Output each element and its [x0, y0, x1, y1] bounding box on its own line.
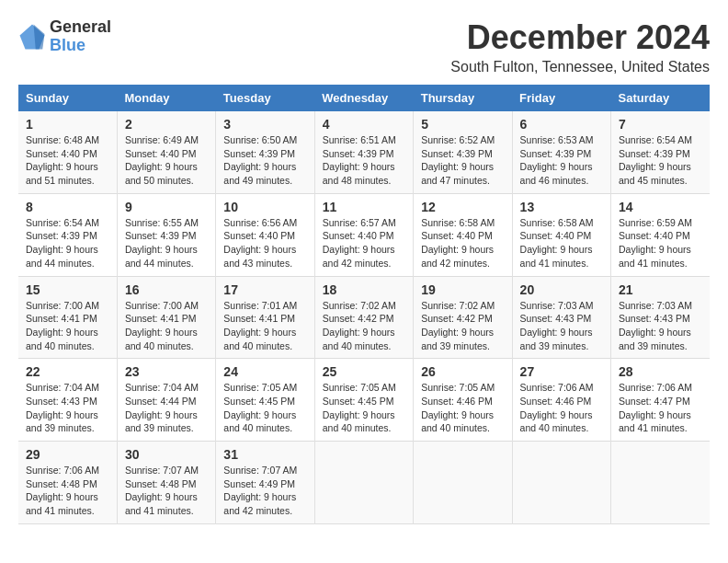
subtitle: South Fulton, Tennessee, United States	[450, 59, 710, 75]
day-info: Sunrise: 7:04 AMSunset: 4:44 PMDaylight:…	[125, 381, 208, 435]
day-info: Sunrise: 7:03 AMSunset: 4:43 PMDaylight:…	[619, 299, 702, 353]
day-number: 3	[223, 117, 306, 132]
calendar-cell: 25 Sunrise: 7:05 AMSunset: 4:45 PMDaylig…	[314, 359, 413, 442]
calendar-table: SundayMondayTuesdayWednesdayThursdayFrid…	[18, 85, 710, 524]
calendar-cell	[314, 442, 413, 524]
day-info: Sunrise: 6:54 AMSunset: 4:39 PMDaylight:…	[26, 216, 109, 270]
day-number: 21	[619, 282, 702, 297]
day-number: 6	[520, 117, 603, 132]
title-area: December 2024 South Fulton, Tennessee, U…	[450, 18, 710, 75]
day-number: 1	[26, 117, 109, 132]
calendar-week-4: 22 Sunrise: 7:04 AMSunset: 4:43 PMDaylig…	[18, 359, 710, 442]
col-header-wednesday: Wednesday	[314, 85, 413, 111]
day-number: 26	[421, 364, 504, 379]
day-info: Sunrise: 6:50 AMSunset: 4:39 PMDaylight:…	[223, 133, 306, 188]
col-header-monday: Monday	[117, 85, 215, 111]
day-info: Sunrise: 7:07 AMSunset: 4:48 PMDaylight:…	[125, 464, 208, 518]
calendar-cell: 26 Sunrise: 7:05 AMSunset: 4:46 PMDaylig…	[414, 359, 512, 442]
day-info: Sunrise: 6:54 AMSunset: 4:39 PMDaylight:…	[619, 133, 702, 188]
calendar-week-2: 8 Sunrise: 6:54 AMSunset: 4:39 PMDayligh…	[18, 193, 710, 276]
day-number: 9	[125, 200, 208, 214]
day-info: Sunrise: 7:07 AMSunset: 4:49 PMDaylight:…	[223, 464, 306, 518]
calendar-cell: 5 Sunrise: 6:52 AMSunset: 4:39 PMDayligh…	[414, 111, 512, 193]
calendar-week-1: 1 Sunrise: 6:48 AMSunset: 4:40 PMDayligh…	[18, 111, 710, 193]
col-header-tuesday: Tuesday	[216, 85, 314, 111]
calendar-cell: 30 Sunrise: 7:07 AMSunset: 4:48 PMDaylig…	[117, 442, 215, 524]
calendar-cell: 4 Sunrise: 6:51 AMSunset: 4:39 PMDayligh…	[314, 111, 413, 193]
main-title: December 2024	[450, 18, 710, 57]
day-number: 7	[619, 117, 702, 132]
day-number: 29	[26, 447, 109, 462]
day-info: Sunrise: 6:53 AMSunset: 4:39 PMDaylight:…	[520, 133, 603, 188]
day-info: Sunrise: 6:58 AMSunset: 4:40 PMDaylight:…	[421, 216, 504, 270]
calendar-cell: 20 Sunrise: 7:03 AMSunset: 4:43 PMDaylig…	[512, 276, 610, 359]
day-number: 23	[125, 364, 208, 379]
day-info: Sunrise: 6:58 AMSunset: 4:40 PMDaylight:…	[520, 216, 603, 270]
calendar-week-3: 15 Sunrise: 7:00 AMSunset: 4:41 PMDaylig…	[18, 276, 710, 359]
calendar-cell: 28 Sunrise: 7:06 AMSunset: 4:47 PMDaylig…	[611, 359, 710, 442]
day-info: Sunrise: 7:02 AMSunset: 4:42 PMDaylight:…	[323, 299, 405, 353]
day-number: 22	[26, 364, 109, 379]
day-info: Sunrise: 7:06 AMSunset: 4:48 PMDaylight:…	[26, 464, 109, 518]
day-number: 31	[223, 447, 306, 462]
day-info: Sunrise: 6:57 AMSunset: 4:40 PMDaylight:…	[323, 216, 405, 270]
day-number: 27	[520, 364, 603, 379]
calendar-cell: 27 Sunrise: 7:06 AMSunset: 4:46 PMDaylig…	[512, 359, 610, 442]
day-number: 15	[26, 282, 109, 297]
calendar-cell: 15 Sunrise: 7:00 AMSunset: 4:41 PMDaylig…	[18, 276, 117, 359]
logo-blue: Blue	[50, 37, 111, 55]
day-number: 14	[619, 200, 702, 214]
calendar-cell: 11 Sunrise: 6:57 AMSunset: 4:40 PMDaylig…	[314, 193, 413, 276]
day-number: 11	[323, 200, 405, 214]
calendar-cell: 22 Sunrise: 7:04 AMSunset: 4:43 PMDaylig…	[18, 359, 117, 442]
day-number: 28	[619, 364, 702, 379]
calendar-header-row: SundayMondayTuesdayWednesdayThursdayFrid…	[18, 85, 710, 111]
calendar-cell	[611, 442, 710, 524]
calendar-cell: 7 Sunrise: 6:54 AMSunset: 4:39 PMDayligh…	[611, 111, 710, 193]
calendar-cell: 23 Sunrise: 7:04 AMSunset: 4:44 PMDaylig…	[117, 359, 215, 442]
calendar-cell: 31 Sunrise: 7:07 AMSunset: 4:49 PMDaylig…	[216, 442, 314, 524]
day-number: 19	[421, 282, 504, 297]
day-number: 20	[520, 282, 603, 297]
day-info: Sunrise: 6:52 AMSunset: 4:39 PMDaylight:…	[421, 133, 504, 188]
calendar-cell: 10 Sunrise: 6:56 AMSunset: 4:40 PMDaylig…	[216, 193, 314, 276]
col-header-sunday: Sunday	[18, 85, 117, 111]
page-header: General Blue December 2024 South Fulton,…	[18, 18, 710, 75]
day-info: Sunrise: 7:06 AMSunset: 4:47 PMDaylight:…	[619, 381, 702, 435]
logo-text: General Blue	[50, 18, 111, 55]
calendar-cell: 2 Sunrise: 6:49 AMSunset: 4:40 PMDayligh…	[117, 111, 215, 193]
calendar-cell: 29 Sunrise: 7:06 AMSunset: 4:48 PMDaylig…	[18, 442, 117, 524]
day-info: Sunrise: 6:59 AMSunset: 4:40 PMDaylight:…	[619, 216, 702, 270]
logo-icon	[18, 23, 46, 51]
calendar-cell: 3 Sunrise: 6:50 AMSunset: 4:39 PMDayligh…	[216, 111, 314, 193]
calendar-cell: 1 Sunrise: 6:48 AMSunset: 4:40 PMDayligh…	[18, 111, 117, 193]
calendar-cell: 12 Sunrise: 6:58 AMSunset: 4:40 PMDaylig…	[414, 193, 512, 276]
logo: General Blue	[18, 18, 111, 55]
day-info: Sunrise: 7:01 AMSunset: 4:41 PMDaylight:…	[223, 299, 306, 353]
calendar-cell	[512, 442, 610, 524]
day-info: Sunrise: 7:06 AMSunset: 4:46 PMDaylight:…	[520, 381, 603, 435]
calendar-cell: 17 Sunrise: 7:01 AMSunset: 4:41 PMDaylig…	[216, 276, 314, 359]
day-info: Sunrise: 6:49 AMSunset: 4:40 PMDaylight:…	[125, 133, 208, 188]
col-header-thursday: Thursday	[414, 85, 512, 111]
calendar-cell: 21 Sunrise: 7:03 AMSunset: 4:43 PMDaylig…	[611, 276, 710, 359]
day-info: Sunrise: 7:05 AMSunset: 4:45 PMDaylight:…	[223, 381, 306, 435]
calendar-cell: 16 Sunrise: 7:00 AMSunset: 4:41 PMDaylig…	[117, 276, 215, 359]
day-info: Sunrise: 7:03 AMSunset: 4:43 PMDaylight:…	[520, 299, 603, 353]
day-info: Sunrise: 7:00 AMSunset: 4:41 PMDaylight:…	[26, 299, 109, 353]
day-number: 16	[125, 282, 208, 297]
calendar-cell: 8 Sunrise: 6:54 AMSunset: 4:39 PMDayligh…	[18, 193, 117, 276]
calendar-cell: 6 Sunrise: 6:53 AMSunset: 4:39 PMDayligh…	[512, 111, 610, 193]
day-info: Sunrise: 7:05 AMSunset: 4:45 PMDaylight:…	[323, 381, 405, 435]
calendar-cell: 9 Sunrise: 6:55 AMSunset: 4:39 PMDayligh…	[117, 193, 215, 276]
calendar-week-5: 29 Sunrise: 7:06 AMSunset: 4:48 PMDaylig…	[18, 442, 710, 524]
day-info: Sunrise: 7:05 AMSunset: 4:46 PMDaylight:…	[421, 381, 504, 435]
calendar-cell: 24 Sunrise: 7:05 AMSunset: 4:45 PMDaylig…	[216, 359, 314, 442]
day-info: Sunrise: 6:48 AMSunset: 4:40 PMDaylight:…	[26, 133, 109, 188]
day-info: Sunrise: 7:02 AMSunset: 4:42 PMDaylight:…	[421, 299, 504, 353]
calendar-cell: 18 Sunrise: 7:02 AMSunset: 4:42 PMDaylig…	[314, 276, 413, 359]
col-header-friday: Friday	[512, 85, 610, 111]
day-number: 10	[223, 200, 306, 214]
calendar-cell: 14 Sunrise: 6:59 AMSunset: 4:40 PMDaylig…	[611, 193, 710, 276]
calendar-cell	[414, 442, 512, 524]
